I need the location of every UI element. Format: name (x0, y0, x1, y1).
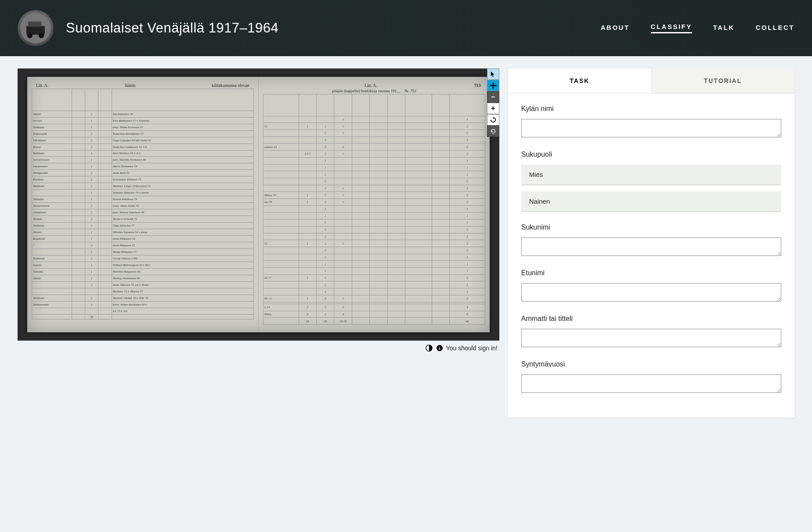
doc-page-no: 713 (474, 83, 481, 88)
label-firstname: Etunimi (521, 269, 781, 277)
label-surname: Sukunimi (521, 223, 781, 231)
field-occupation: Ammatti tai titteli (521, 315, 781, 349)
project-title: Suomalaiset Venäjällä 1917–1964 (66, 20, 588, 36)
info-icon[interactable]: i (436, 344, 444, 352)
zoom-out-tool[interactable]: − (487, 91, 499, 103)
field-village: Kylän nimi (521, 105, 781, 139)
doc-right-head: pitäjän (kappelin) henkikirja vuonna 191 (332, 89, 397, 93)
doc-table-left: Säiniö1Ida Immonen 70Sorvali1Elsa Raikko… (32, 89, 254, 320)
nav-collect[interactable]: COLLECT (756, 24, 794, 33)
header: Suomalaiset Venäjällä 1917–1964 ABOUT CL… (0, 0, 812, 56)
panel-tabs: TASK TUTORIAL (508, 68, 794, 93)
main-content: Litt. A. läänin kihlakunnassa olevan Säi… (0, 56, 812, 430)
input-firstname[interactable] (521, 283, 781, 302)
project-logo[interactable] (18, 10, 54, 46)
nav-about[interactable]: ABOUT (601, 24, 630, 33)
document-image[interactable]: Litt. A. läänin kihlakunnassa olevan Säi… (27, 77, 490, 333)
label-occupation: Ammatti tai titteli (521, 315, 781, 323)
input-occupation[interactable] (521, 329, 781, 347)
task-panel: TASK TUTORIAL Kylän nimi Sukupuoli Mies … (508, 68, 794, 417)
input-village[interactable] (521, 119, 781, 137)
main-nav: ABOUT CLASSIFY TALK COLLECT (601, 23, 794, 33)
subject-viewer-wrap: Litt. A. läänin kihlakunnassa olevan Säi… (18, 68, 499, 352)
doc-litt-right: Litt. A. (364, 83, 377, 88)
contrast-icon[interactable] (425, 344, 433, 352)
rotate-tool[interactable] (487, 114, 499, 126)
pointer-tool[interactable] (487, 68, 499, 80)
nav-talk[interactable]: TALK (713, 24, 735, 33)
field-gender: Sukupuoli Mies Nainen (521, 151, 781, 212)
viewer-toolbar: − + (487, 68, 499, 137)
pan-tool[interactable] (487, 80, 499, 91)
input-surname[interactable] (521, 237, 781, 256)
field-firstname: Etunimi (521, 269, 781, 303)
task-form: Kylän nimi Sukupuoli Mies Nainen Sukunim… (508, 93, 794, 417)
option-female[interactable]: Nainen (521, 191, 781, 212)
label-birthyear: Syntymävuosi (521, 360, 781, 368)
doc-left-total: 29 (85, 315, 98, 320)
tab-tutorial[interactable]: TUTORIAL (651, 68, 794, 93)
svg-rect-4 (28, 22, 41, 27)
doc-litt-left: Litt. A. (36, 83, 49, 88)
zoom-in-tool[interactable]: + (487, 103, 499, 114)
svg-point-3 (39, 33, 44, 38)
tab-task[interactable]: TASK (508, 68, 651, 93)
viewer-footer: i You should sign in! (18, 341, 499, 352)
doc-head-kihla: kihlakunnassa olevan (212, 83, 249, 88)
nav-classify[interactable]: CLASSIFY (651, 23, 692, 33)
label-gender: Sukupuoli (521, 151, 781, 158)
svg-text:i: i (439, 345, 440, 351)
svg-point-2 (27, 33, 32, 38)
label-village: Kylän nimi (521, 105, 781, 113)
doc-table-right: 1152111211111aalumi 532221/2 11121111111… (263, 94, 485, 325)
doc-sheet-no: 752 (410, 89, 416, 93)
signin-prompt: You should sign in! (446, 345, 498, 352)
input-birthyear[interactable] (521, 374, 781, 393)
doc-head-laanin: läänin (125, 83, 135, 88)
reset-tool[interactable] (487, 126, 499, 137)
field-birthyear: Syntymävuosi (521, 360, 781, 395)
option-male[interactable]: Mies (521, 165, 781, 185)
field-surname: Sukunimi (521, 223, 781, 258)
subject-viewer[interactable]: Litt. A. läänin kihlakunnassa olevan Säi… (18, 68, 499, 341)
